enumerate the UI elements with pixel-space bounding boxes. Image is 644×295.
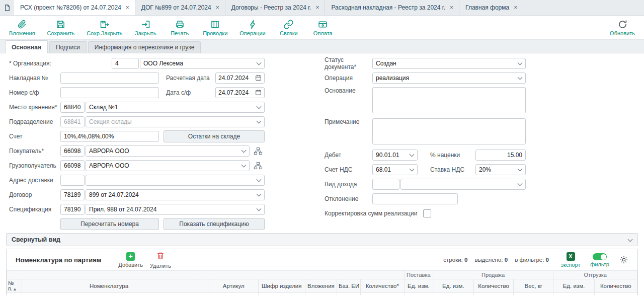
column-header-2[interactable]: Номенклатура [22, 279, 196, 293]
add-row-button[interactable]: + Добавить [118, 252, 143, 268]
division-select[interactable]: Секция склады [86, 116, 265, 127]
column-header-3[interactable] [196, 279, 209, 293]
delivery-address-code-input[interactable] [60, 175, 85, 186]
note-textarea[interactable] [372, 118, 526, 144]
tab-close-icon[interactable]: × [216, 4, 219, 11]
collapsed-view-label: Свернутый вид [12, 236, 60, 243]
tab-close-icon[interactable]: × [126, 4, 129, 11]
window-tab-2[interactable]: ДОГ №899 от 24.07.2024× [135, 0, 225, 15]
field-row-buyer: Покупатель* АВРОРА ООО [9, 143, 265, 158]
toolbar-button-postings[interactable]: Проводки [203, 19, 227, 36]
column-header-9[interactable]: Ед. изм. [404, 279, 433, 293]
tab-close-icon[interactable]: × [315, 4, 319, 11]
toolbar-button-payment[interactable]: Оплата [312, 19, 334, 36]
filter-toggle[interactable]: фильтр [588, 252, 611, 267]
form-tab-1[interactable]: Основная [5, 40, 48, 53]
status-select[interactable]: Создан [372, 58, 526, 69]
column-header-1[interactable]: № п.▲ [7, 279, 22, 293]
column-header-6[interactable]: Вложения [305, 279, 337, 293]
window-tab-4[interactable]: Расходная накладная - Реестр за 2024 г.× [325, 0, 459, 15]
buyer-select[interactable]: АВРОРА ООО [86, 145, 250, 157]
calc-date-input[interactable] [218, 75, 255, 82]
division-code-input[interactable] [60, 116, 85, 127]
calc-date-field[interactable] [215, 72, 265, 84]
toolbar-button-links[interactable]: Связки [278, 19, 300, 36]
delete-row-button[interactable]: Удалить [149, 251, 172, 269]
vat-rate-select[interactable]: 20% [475, 164, 526, 175]
sort-asc-icon[interactable]: ▲ [13, 287, 17, 291]
toolbar-button-save[interactable]: Сохранить [47, 19, 75, 36]
field-row-consignee: Грузополучатель АВРОРА ООО [9, 158, 265, 173]
column-header-10[interactable]: Ед. изм. [433, 279, 473, 293]
operation-select[interactable]: реализация [372, 72, 526, 84]
correction-checkbox[interactable] [423, 209, 431, 217]
buyer-code-input[interactable] [60, 145, 85, 157]
form-tab-2[interactable]: Подписи [49, 41, 87, 53]
toolbar-button-print[interactable]: Печать [169, 19, 191, 36]
collapsed-view-bar[interactable]: Свернутый вид [6, 233, 638, 246]
sf-number-input[interactable] [60, 87, 159, 98]
basis-textarea[interactable] [372, 87, 526, 113]
organization-code-input[interactable] [112, 58, 139, 69]
column-header-8[interactable]: Количество* [360, 279, 404, 293]
column-header-7[interactable]: Баз. ЕИ [337, 279, 360, 293]
field-row-account: Счет Остатки на складе [9, 129, 265, 143]
window-tab-1[interactable]: РСХ (проект №78206) от 24.07.2024× [14, 0, 135, 15]
field-row-status: Статус документа* Создан [325, 56, 526, 70]
invoice-number-input[interactable] [60, 72, 159, 84]
column-header-12[interactable]: Вес, кг [514, 279, 553, 293]
column-header-14[interactable]: Количество [594, 279, 637, 293]
consignee-select[interactable]: АВРОРА ООО [86, 160, 250, 171]
deviation-input[interactable] [372, 193, 458, 204]
column-header-13[interactable]: Ед. изм. [553, 279, 594, 293]
toolbar-button-save-close[interactable]: Сохр.Закрыть [87, 19, 122, 36]
column-header-4[interactable]: Артикул [209, 279, 258, 293]
income-type-code-input[interactable] [372, 179, 399, 190]
contract-select[interactable]: 899 от 24.07.2024 [86, 189, 265, 200]
column-header-5[interactable]: Шифр изделия [258, 279, 305, 293]
storage-code-input[interactable] [60, 102, 85, 113]
markup-input[interactable] [475, 150, 526, 161]
calendar-icon[interactable] [255, 75, 262, 81]
toolbar-button-attachments[interactable]: Вложения [9, 19, 35, 36]
tab-close-icon[interactable]: × [514, 4, 517, 11]
contract-code-input[interactable] [60, 189, 85, 200]
toolbar-button-close[interactable]: Закрыть [134, 19, 156, 36]
sf-number-label: Номер с/ф [9, 89, 60, 96]
delivery-address-select[interactable] [86, 175, 265, 186]
vat-account-select[interactable]: 68.01 [372, 164, 418, 175]
filter-toggle-label: фильтр [590, 261, 609, 267]
consignee-code-input[interactable] [60, 160, 85, 171]
sf-date-label: Дата с/ф [166, 89, 215, 96]
calendar-icon[interactable] [255, 89, 262, 96]
buyer-hierarchy-icon[interactable] [252, 145, 265, 157]
window-tab-5[interactable]: Главная форма× [459, 0, 523, 15]
tab-close-icon[interactable]: × [450, 4, 453, 11]
toolbar-button-operations[interactable]: Операции [239, 19, 265, 36]
window-tab-3[interactable]: Договоры - Реестр за 2024 г.× [225, 0, 326, 15]
tab-label: РСХ (проект №78206) от 24.07.2024 [20, 4, 121, 11]
income-type-select[interactable] [400, 179, 526, 190]
gear-icon[interactable] [619, 255, 628, 264]
grid-panel: Номенклатура по партиям + Добавить Удали… [6, 249, 638, 295]
stock-remainder-button[interactable]: Остатки на складе [164, 130, 265, 142]
organization-select[interactable]: ООО Лексема [140, 58, 265, 69]
specification-select[interactable]: Прил. 988 от 24.07.2024 [86, 204, 265, 215]
recalc-numbers-button[interactable]: Пересчитать номера [60, 218, 159, 230]
show-specification-button[interactable]: Показать спецификацию [164, 218, 265, 230]
tab-label: Расходная накладная - Реестр за 2024 г. [331, 4, 445, 11]
column-header-11[interactable]: Количество [473, 279, 513, 293]
export-button[interactable]: X экспорт [559, 252, 582, 268]
form-body: * Организация: ООО Лексема Накладная № Р… [0, 53, 644, 231]
storage-select[interactable]: Склад №1 [86, 102, 265, 113]
consignee-value: АВРОРА ООО [89, 162, 238, 169]
specification-code-input[interactable] [60, 204, 85, 215]
account-input[interactable] [60, 131, 159, 142]
sf-date-input[interactable] [218, 89, 255, 96]
toolbar-button-refresh[interactable]: Обновить [610, 19, 635, 36]
form-tab-3[interactable]: Информация о перевозчике и грузе [88, 41, 201, 53]
sf-date-field[interactable] [215, 87, 265, 98]
debit-select[interactable]: 90.01.01 [372, 150, 418, 161]
consignee-hierarchy-icon[interactable] [252, 160, 265, 172]
specification-value: Прил. 988 от 24.07.2024 [89, 206, 254, 213]
